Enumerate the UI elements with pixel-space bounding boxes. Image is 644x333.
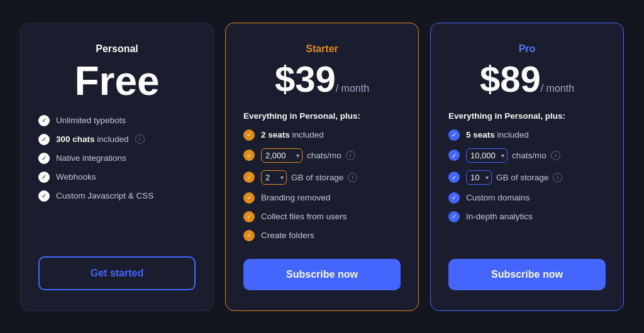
plan-card-starter: Starter$39/ monthEverything in Personal,… xyxy=(225,23,419,311)
price-amount-personal: Free xyxy=(74,58,159,104)
feature-text-pro-1: chats/mo xyxy=(512,151,547,160)
dropdown-starter-2[interactable]: 12510 xyxy=(261,170,287,185)
check-icon: ✓ xyxy=(243,129,255,141)
feature-text-personal-1: 300 chats included xyxy=(56,134,129,144)
price-amount-starter: $39 xyxy=(275,58,336,99)
select-wrapper-pro-1: 5,00010,00025,00050,000 xyxy=(466,148,508,163)
feature-text-starter-0: 2 seats included xyxy=(261,130,324,139)
select-wrapper-pro-2: 5102050 xyxy=(466,170,492,185)
feature-item-starter-2: ✓12510 GB of storagei xyxy=(243,170,401,185)
feature-text-pro-4: In-depth analytics xyxy=(466,212,533,221)
check-icon: ✓ xyxy=(243,230,255,241)
plan-name-starter: Starter xyxy=(243,43,401,55)
feature-text-pro-3: Custom domains xyxy=(466,193,530,202)
check-icon: ✓ xyxy=(38,190,50,202)
plan-price-starter: $39/ month xyxy=(243,61,401,97)
check-icon: ✓ xyxy=(38,153,50,164)
dropdown-pro-1[interactable]: 5,00010,00025,00050,000 xyxy=(466,148,508,163)
feature-item-personal-1: ✓300 chats includedi xyxy=(38,134,196,145)
feature-item-starter-5: ✓Create folders xyxy=(243,230,401,241)
plan-price-pro: $89/ month xyxy=(448,61,606,97)
subscribe-button-personal[interactable]: Get started xyxy=(38,256,196,290)
feature-item-personal-4: ✓Custom Javascript & CSS xyxy=(38,190,196,202)
feature-text-starter-1: chats/mo xyxy=(307,151,341,160)
plan-price-personal: Free xyxy=(38,61,196,101)
feature-item-pro-2: ✓5102050 GB of storagei xyxy=(448,170,606,185)
features-list-starter: ✓2 seats included✓1,0002,0005,00010,000 … xyxy=(243,129,401,241)
feature-row-starter-2: 12510 GB of storagei xyxy=(261,170,357,185)
price-period-starter: / month xyxy=(336,83,369,94)
feature-text-starter-3: Branding removed xyxy=(261,193,330,202)
info-icon[interactable]: i xyxy=(348,173,357,182)
feature-item-starter-3: ✓Branding removed xyxy=(243,192,401,204)
check-icon: ✓ xyxy=(448,150,460,161)
feature-text-pro-0: 5 seats included xyxy=(466,130,529,139)
info-icon[interactable]: i xyxy=(553,173,562,182)
plan-card-pro: Pro$89/ monthEverything in Personal, plu… xyxy=(430,23,624,311)
feature-text-pro-2: GB of storage xyxy=(496,173,548,182)
check-icon: ✓ xyxy=(243,172,255,183)
info-icon[interactable]: i xyxy=(551,151,560,160)
features-list-personal: ✓Unlimited typebots✓300 chats includedi✓… xyxy=(38,115,196,239)
feature-item-pro-4: ✓In-depth analytics xyxy=(448,211,606,222)
check-icon: ✓ xyxy=(38,115,50,126)
feature-text-starter-5: Create folders xyxy=(261,231,314,240)
check-icon: ✓ xyxy=(38,134,50,145)
check-icon: ✓ xyxy=(448,172,460,183)
feature-row-starter-1: 1,0002,0005,00010,000 chats/moi xyxy=(261,148,355,163)
plan-name-personal: Personal xyxy=(38,43,196,55)
plan-subtitle-pro: Everything in Personal, plus: xyxy=(448,111,606,121)
check-icon: ✓ xyxy=(243,211,255,222)
feature-text-personal-4: Custom Javascript & CSS xyxy=(56,191,153,200)
feature-item-personal-3: ✓Webhooks xyxy=(38,172,196,183)
info-icon[interactable]: i xyxy=(346,151,355,160)
feature-item-starter-1: ✓1,0002,0005,00010,000 chats/moi xyxy=(243,148,401,163)
subscribe-button-starter[interactable]: Subscribe now xyxy=(243,259,401,290)
feature-text-starter-4: Collect files from users xyxy=(261,212,347,221)
feature-item-pro-3: ✓Custom domains xyxy=(448,192,606,204)
info-icon[interactable]: i xyxy=(135,134,145,144)
price-amount-pro: $89 xyxy=(480,58,541,99)
dropdown-starter-1[interactable]: 1,0002,0005,00010,000 xyxy=(261,148,303,163)
feature-text-personal-2: Native integrations xyxy=(56,153,126,163)
feature-item-personal-2: ✓Native integrations xyxy=(38,153,196,164)
feature-item-personal-0: ✓Unlimited typebots xyxy=(38,115,196,126)
plan-name-pro: Pro xyxy=(448,43,606,55)
check-icon: ✓ xyxy=(243,192,255,204)
check-icon: ✓ xyxy=(38,172,50,183)
check-icon: ✓ xyxy=(448,192,460,204)
feature-row-pro-1: 5,00010,00025,00050,000 chats/moi xyxy=(466,148,560,163)
plan-card-personal: PersonalFree✓Unlimited typebots✓300 chat… xyxy=(20,23,214,311)
select-wrapper-starter-1: 1,0002,0005,00010,000 xyxy=(261,148,303,163)
price-period-pro: / month xyxy=(541,83,574,94)
plan-subtitle-starter: Everything in Personal, plus: xyxy=(243,111,401,121)
feature-item-pro-1: ✓5,00010,00025,00050,000 chats/moi xyxy=(448,148,606,163)
feature-text-personal-0: Unlimited typebots xyxy=(56,116,126,125)
check-icon: ✓ xyxy=(448,211,460,222)
feature-item-starter-4: ✓Collect files from users xyxy=(243,211,401,222)
feature-text-personal-3: Webhooks xyxy=(56,172,96,182)
feature-item-pro-0: ✓5 seats included xyxy=(448,129,606,141)
features-list-pro: ✓5 seats included✓5,00010,00025,00050,00… xyxy=(448,129,606,241)
select-wrapper-starter-2: 12510 xyxy=(261,170,287,185)
check-icon: ✓ xyxy=(448,129,460,141)
feature-text-starter-2: GB of storage xyxy=(291,173,343,182)
dropdown-pro-2[interactable]: 5102050 xyxy=(466,170,492,185)
check-icon: ✓ xyxy=(243,150,255,161)
subscribe-button-pro[interactable]: Subscribe now xyxy=(448,259,606,290)
pricing-container: PersonalFree✓Unlimited typebots✓300 chat… xyxy=(8,4,636,330)
feature-row-pro-2: 5102050 GB of storagei xyxy=(466,170,562,185)
feature-item-starter-0: ✓2 seats included xyxy=(243,129,401,141)
